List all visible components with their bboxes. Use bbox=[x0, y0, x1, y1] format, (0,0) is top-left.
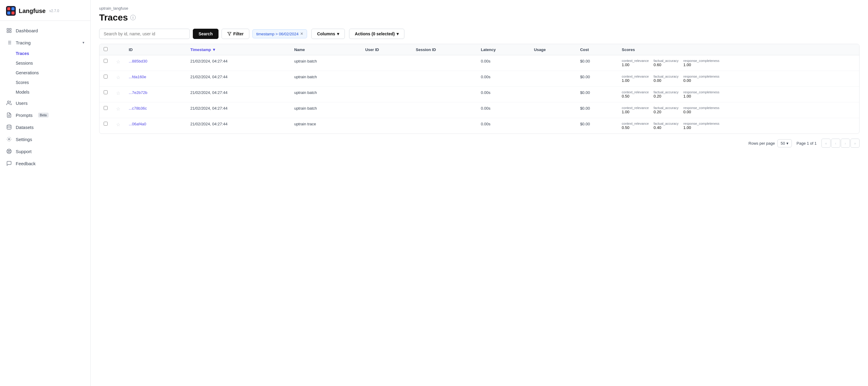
score-value: 1.00 bbox=[622, 110, 649, 114]
score-label: response_completeness bbox=[683, 106, 719, 110]
score-label: factual_accuracy bbox=[654, 122, 679, 125]
sidebar-item-users[interactable]: Users bbox=[0, 97, 90, 109]
sidebar-item-sessions[interactable]: Sessions bbox=[16, 58, 90, 68]
score-value: 0.50 bbox=[622, 94, 649, 98]
header-timestamp[interactable]: Timestamp ▼ bbox=[186, 44, 290, 55]
sidebar-item-datasets[interactable]: Datasets bbox=[0, 121, 90, 133]
page-title: Traces i bbox=[99, 12, 860, 23]
search-button[interactable]: Search bbox=[193, 29, 218, 39]
sidebar-nav: Dashboard Tracing ▾ Traces Sessions Gene… bbox=[0, 21, 90, 386]
actions-button[interactable]: Actions (0 selected) ▾ bbox=[349, 29, 404, 39]
row-star-button-0[interactable]: ☆ bbox=[116, 59, 120, 65]
filter-button[interactable]: Filter bbox=[221, 29, 249, 39]
row-star-button-4[interactable]: ☆ bbox=[116, 122, 120, 127]
prompts-beta-badge: Beta bbox=[38, 112, 49, 118]
row-cost-2: $0.00 bbox=[576, 87, 617, 102]
row-latency-3: 0.00s bbox=[476, 102, 530, 118]
row-cost-1: $0.00 bbox=[576, 71, 617, 87]
row-userid-1 bbox=[361, 71, 411, 87]
score-label: response_completeness bbox=[683, 74, 719, 78]
last-page-button[interactable]: » bbox=[850, 139, 860, 148]
row-checkbox-3[interactable] bbox=[104, 106, 107, 110]
score-label: context_relevance bbox=[622, 59, 649, 63]
sidebar-item-models[interactable]: Models bbox=[16, 87, 90, 97]
filter-tag: timestamp > 06/02/2024 × bbox=[252, 29, 307, 38]
select-all-checkbox[interactable] bbox=[104, 47, 107, 51]
row-scores-4: context_relevance0.50factual_accuracy0.4… bbox=[617, 118, 859, 134]
sidebar-item-scores[interactable]: Scores bbox=[16, 77, 90, 87]
header-checkbox-col bbox=[99, 44, 112, 55]
svg-line-25 bbox=[10, 150, 10, 151]
breadcrumb: uptrain_langfuse bbox=[99, 6, 860, 10]
header-cost: Cost bbox=[576, 44, 617, 55]
row-star-button-2[interactable]: ☆ bbox=[116, 90, 120, 96]
row-star-button-3[interactable]: ☆ bbox=[116, 106, 120, 112]
langfuse-logo-icon bbox=[6, 6, 16, 16]
svg-rect-2 bbox=[11, 7, 14, 10]
row-id-link-3[interactable]: ...c78b36c bbox=[129, 106, 147, 110]
row-userid-2 bbox=[361, 87, 411, 102]
prompts-icon bbox=[6, 112, 12, 118]
next-page-button[interactable]: › bbox=[841, 139, 850, 148]
sidebar-item-dashboard[interactable]: Dashboard bbox=[0, 25, 90, 37]
score-label: context_relevance bbox=[622, 74, 649, 78]
sidebar-item-traces[interactable]: Traces bbox=[16, 49, 90, 58]
row-checkbox-0[interactable] bbox=[104, 59, 107, 63]
svg-rect-1 bbox=[7, 7, 10, 10]
row-checkbox-4[interactable] bbox=[104, 122, 107, 126]
score-value: 0.20 bbox=[654, 110, 679, 114]
svg-marker-27 bbox=[227, 32, 231, 36]
row-latency-0: 0.00s bbox=[476, 55, 530, 71]
row-id-link-0[interactable]: ...885bd30 bbox=[129, 59, 147, 63]
page-nav: « ‹ › » bbox=[822, 139, 860, 148]
score-label: response_completeness bbox=[683, 59, 719, 63]
row-star-button-1[interactable]: ☆ bbox=[116, 74, 120, 81]
row-userid-4 bbox=[361, 118, 411, 134]
sidebar-item-generations[interactable]: Generations bbox=[16, 68, 90, 77]
score-value: 0.00 bbox=[683, 110, 719, 114]
header-scores: Scores bbox=[617, 44, 859, 55]
svg-rect-3 bbox=[7, 11, 10, 14]
columns-button[interactable]: Columns ▾ bbox=[311, 29, 345, 39]
sidebar-item-prompts[interactable]: Prompts Beta bbox=[0, 109, 90, 121]
row-checkbox-1[interactable] bbox=[104, 74, 107, 78]
svg-point-15 bbox=[7, 101, 9, 103]
actions-chevron-icon: ▾ bbox=[397, 31, 399, 36]
actions-label: Actions (0 selected) bbox=[355, 31, 395, 36]
svg-line-23 bbox=[10, 152, 10, 153]
table-row: ☆...7e2b72b21/02/2024, 04:27:44uptrain b… bbox=[99, 87, 859, 102]
datasets-label: Datasets bbox=[16, 125, 34, 130]
filter-remove-button[interactable]: × bbox=[301, 31, 303, 36]
support-icon bbox=[6, 148, 12, 154]
score-value: 1.00 bbox=[622, 63, 649, 67]
page-info: Page 1 of 1 bbox=[797, 141, 817, 146]
row-scores-2: context_relevance0.50factual_accuracy0.2… bbox=[617, 87, 859, 102]
row-id-link-4[interactable]: ...06af4a0 bbox=[129, 122, 146, 126]
row-scores-3: context_relevance1.00factual_accuracy0.2… bbox=[617, 102, 859, 118]
prev-page-button[interactable]: ‹ bbox=[831, 139, 840, 148]
columns-label: Columns bbox=[317, 31, 335, 36]
row-id-link-2[interactable]: ...7e2b72b bbox=[129, 90, 147, 95]
rows-per-page-control: Rows per page 50 ▾ bbox=[749, 139, 792, 148]
score-value: 0.00 bbox=[683, 78, 719, 83]
table-row: ☆...c78b36c21/02/2024, 04:27:44uptrain b… bbox=[99, 102, 859, 118]
row-checkbox-2[interactable] bbox=[104, 90, 107, 94]
info-icon[interactable]: i bbox=[130, 15, 136, 20]
sidebar-item-feedback[interactable]: Feedback bbox=[0, 157, 90, 169]
row-id-link-1[interactable]: ...fda160e bbox=[129, 74, 146, 79]
row-sessionid-0 bbox=[412, 55, 476, 71]
row-latency-2: 0.00s bbox=[476, 87, 530, 102]
first-page-button[interactable]: « bbox=[822, 139, 831, 148]
sidebar-item-settings[interactable]: Settings bbox=[0, 133, 90, 145]
row-usage-2 bbox=[530, 87, 576, 102]
search-input[interactable] bbox=[99, 29, 190, 39]
row-timestamp-3: 21/02/2024, 04:27:44 bbox=[186, 102, 290, 118]
svg-line-22 bbox=[7, 150, 8, 151]
rows-per-page-select[interactable]: 50 ▾ bbox=[777, 139, 792, 148]
settings-icon bbox=[6, 136, 12, 142]
header-user-id: User ID bbox=[361, 44, 411, 55]
sidebar-item-tracing[interactable]: Tracing ▾ bbox=[0, 37, 90, 49]
sidebar-item-support[interactable]: Support bbox=[0, 145, 90, 157]
row-name-1: uptrain batch bbox=[290, 71, 361, 87]
score-label: factual_accuracy bbox=[654, 106, 679, 110]
